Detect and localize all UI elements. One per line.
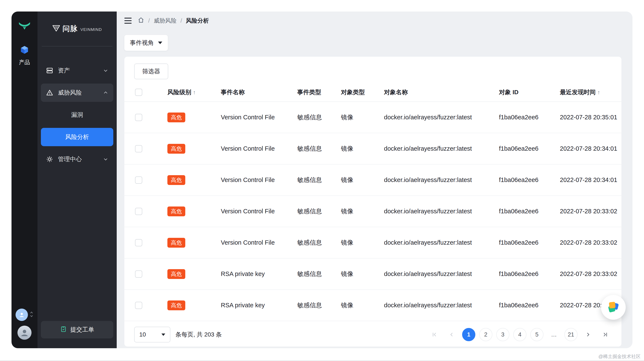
- chevron-up-icon: [103, 90, 108, 95]
- page-button-3[interactable]: 3: [496, 328, 510, 341]
- object-type-cell: 镜像: [341, 113, 384, 122]
- sort-asc-icon[interactable]: ↑: [597, 89, 600, 96]
- event-type-cell: 敏感信息: [297, 301, 341, 310]
- profile-avatar[interactable]: [18, 326, 32, 340]
- first-page-button[interactable]: [428, 328, 441, 341]
- home-icon[interactable]: [138, 17, 144, 25]
- sidebar-item-label: 威胁风险: [58, 89, 82, 97]
- brand-name-cn: 问脉: [62, 24, 78, 34]
- found-time-cell: 2022-07-28 20:34:01: [560, 176, 622, 183]
- column-object-type: 对象类型: [341, 88, 384, 96]
- row-checkbox[interactable]: [135, 114, 142, 121]
- object-type-cell: 镜像: [341, 238, 384, 247]
- found-time-cell: 2022-07-28 20:33:02: [560, 270, 622, 277]
- table-row[interactable]: 高危 RSA private key 敏感信息 镜像 docker.io/ael…: [124, 258, 622, 290]
- app-window: 产品: [12, 12, 632, 348]
- watermark-text: @稀土掘金技术社区: [598, 353, 640, 360]
- breadcrumb: / 威胁风险 / 风险分析: [138, 17, 209, 25]
- brand-name-en: VEINMIND: [80, 27, 102, 32]
- page-size-value: 10: [139, 331, 146, 338]
- column-found-time[interactable]: 最近发现时间↑: [560, 88, 622, 96]
- sidebar-item-threat-risk[interactable]: 威胁风险: [41, 84, 113, 102]
- risk-level-badge: 高危: [168, 175, 185, 185]
- risk-level-badge: 高危: [168, 113, 185, 122]
- account-switcher[interactable]: [16, 308, 34, 321]
- table-row[interactable]: 高危 RSA private key 敏感信息 镜像 docker.io/ael…: [124, 290, 622, 321]
- object-name-cell: docker.io/aelrayess/fuzzer:latest: [384, 270, 499, 277]
- risk-level-badge: 高危: [168, 206, 185, 216]
- breadcrumb-parent[interactable]: 威胁风险: [154, 17, 177, 25]
- object-name-cell: docker.io/aelrayess/fuzzer:latest: [384, 302, 499, 309]
- breadcrumb-separator: /: [148, 18, 150, 24]
- brand: 问脉 VEINMIND: [41, 12, 113, 46]
- left-rail: 产品: [12, 12, 38, 348]
- view-mode-value: 事件视角: [130, 39, 154, 47]
- object-id-cell: f1ba06ea2ee6: [499, 145, 560, 152]
- object-id-cell: f1ba06ea2ee6: [499, 302, 560, 309]
- table-row[interactable]: 高危 Version Control File 敏感信息 镜像 docker.i…: [124, 133, 622, 165]
- chevron-down-icon: [103, 68, 108, 73]
- object-name-cell: docker.io/aelrayess/fuzzer:latest: [384, 239, 499, 246]
- sidebar-item-label: 管理中心: [58, 155, 82, 163]
- pagination-bar: 10 条每页, 共 203 条 1 2 3 4 5: [124, 323, 622, 346]
- object-type-cell: 镜像: [341, 301, 384, 310]
- sidebar-item-admin-center[interactable]: 管理中心: [41, 150, 113, 168]
- feedback-fab-button[interactable]: [601, 295, 626, 320]
- prev-page-button[interactable]: [445, 328, 458, 341]
- risk-level-cell: 高危: [168, 144, 221, 154]
- object-name-cell: docker.io/aelrayess/fuzzer:latest: [384, 114, 499, 121]
- view-mode-select[interactable]: 事件视角: [124, 35, 168, 51]
- object-id-cell: f1ba06ea2ee6: [499, 114, 560, 121]
- row-checkbox[interactable]: [135, 270, 142, 278]
- table-row[interactable]: 高危 Version Control File 敏感信息 镜像 docker.i…: [124, 165, 622, 196]
- row-checkbox[interactable]: [135, 239, 142, 246]
- rail-item-products[interactable]: 产品: [19, 45, 30, 66]
- object-name-cell: docker.io/aelrayess/fuzzer:latest: [384, 176, 499, 183]
- page-size-select[interactable]: 10: [134, 327, 170, 342]
- column-risk-level[interactable]: 风险级别↑: [168, 88, 221, 96]
- page-button-4[interactable]: 4: [513, 328, 526, 341]
- page-button-5[interactable]: 5: [530, 328, 544, 341]
- row-checkbox[interactable]: [135, 176, 142, 184]
- select-all-checkbox[interactable]: [135, 89, 142, 96]
- risk-level-cell: 高危: [168, 175, 221, 185]
- sidebar-item-label: 资产: [58, 67, 70, 75]
- sidebar-item-label: 漏洞: [71, 111, 83, 119]
- object-id-cell: f1ba06ea2ee6: [499, 239, 560, 246]
- column-event-name: 事件名称: [221, 88, 297, 96]
- risk-level-cell: 高危: [168, 113, 221, 122]
- feedback-cards-icon: [607, 300, 620, 314]
- event-name-cell: Version Control File: [221, 208, 297, 215]
- veinmind-logo-icon: [18, 20, 31, 31]
- risk-level-badge: 高危: [168, 144, 185, 154]
- object-id-cell: f1ba06ea2ee6: [499, 270, 560, 277]
- table-row[interactable]: 高危 Version Control File 敏感信息 镜像 docker.i…: [124, 227, 622, 258]
- row-checkbox[interactable]: [135, 145, 142, 152]
- risk-level-cell: 高危: [168, 238, 221, 248]
- table-row[interactable]: 高危 Version Control File 敏感信息 镜像 docker.i…: [124, 196, 622, 227]
- last-page-button[interactable]: [598, 328, 612, 341]
- next-page-button[interactable]: [582, 328, 594, 341]
- event-type-cell: 敏感信息: [297, 270, 341, 278]
- sidebar-item-risk-analysis[interactable]: 风险分析: [41, 128, 113, 146]
- chevron-down-icon: [158, 42, 162, 44]
- sidebar-item-assets[interactable]: 资产: [41, 61, 113, 80]
- topbar: / 威胁风险 / 风险分析: [124, 16, 622, 26]
- pagination-summary: 条每页, 共 203 条: [176, 330, 222, 339]
- collapse-menu-icon[interactable]: [124, 17, 132, 25]
- sort-asc-icon[interactable]: ↑: [193, 89, 196, 96]
- page-button-2[interactable]: 2: [479, 328, 492, 341]
- page-button-21[interactable]: 21: [564, 328, 578, 341]
- sidebar-item-vulnerabilities[interactable]: 漏洞: [41, 106, 113, 124]
- submit-ticket-button[interactable]: 提交工单: [41, 321, 113, 338]
- page-button-1[interactable]: 1: [462, 328, 475, 341]
- risk-level-badge: 高危: [168, 238, 185, 248]
- product-cube-icon: [20, 45, 29, 56]
- event-name-cell: Version Control File: [221, 114, 297, 121]
- row-checkbox[interactable]: [135, 208, 142, 215]
- event-type-cell: 敏感信息: [297, 145, 341, 153]
- filter-button[interactable]: 筛选器: [134, 64, 168, 79]
- row-checkbox[interactable]: [135, 302, 142, 309]
- table-row[interactable]: 高危 Version Control File 敏感信息 镜像 docker.i…: [124, 102, 622, 133]
- event-name-cell: RSA private key: [221, 302, 297, 309]
